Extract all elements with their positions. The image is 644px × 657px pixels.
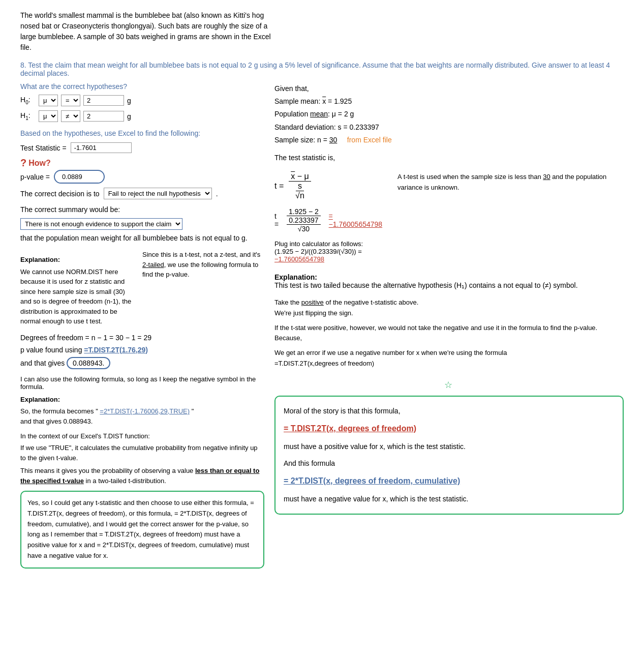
from-excel-text: from Excel file [347,136,392,144]
given-box: Given that, Sample mean: x = 1.925 Popul… [274,82,624,146]
plug-in-section: Plug into calculator as follows: (1.925 … [274,240,382,263]
s-fraction: s √n [293,182,306,200]
sample-size-line: Sample size: n = 30 from Excel file [274,134,624,146]
t-denominator: s √n [289,182,311,200]
hypotheses-label: What are the correct hypotheses? [20,82,264,91]
given-title: Given that, [274,82,624,95]
formula-section: t = x − μ s √n [274,172,624,263]
explanation1-title: Explanation: [20,255,132,265]
t-calc-sub-den: √30 [296,225,312,233]
pvalue-formula-line: p value found using =T.DIST.2T(1.76,29) [20,346,264,354]
moral-intro: Moral of the story is that this formula, [284,405,615,417]
population-mean-line: Population mean: μ = 2 g [274,108,624,121]
explanation2-text: Since this is a t-test, not a z-test, an… [142,250,264,326]
decision-prefix: The correct decision is to [20,190,100,198]
h0-unit: g [127,97,131,105]
formula-left: t = x − μ s √n [274,172,382,263]
t-test-note: A t-test is used when the sample size is… [397,172,624,193]
moral-box: Moral of the story is that this formula,… [274,396,624,515]
flip-note: We're just flipping the sign. [274,308,624,319]
plug-in-result: −1.76005654798 [274,255,324,263]
explanation1-text: We cannot use NORM.DIST here because it … [20,267,132,326]
explanation3-text: So, the formula becomes " =2*T.DIST(-1.7… [20,406,264,426]
pvalue-input[interactable] [59,172,100,182]
std-dev-line: Standard deviation: s = 0.233397 [274,121,624,134]
s-numerator: s [296,182,304,191]
t-calc-sub-num: 0.233397 [287,216,320,225]
explanation1-box: Explanation: We cannot use NORM.DIST her… [20,255,132,326]
explanation2-right-text: This test is two tailed because the alte… [274,281,624,289]
error-note1: If the t-stat were positive, however, we… [274,323,624,344]
summary-prefix: The correct summary would be: [20,204,120,215]
test-statistic-input[interactable] [71,142,132,153]
t-calc-numerator: 1.925 − 2 [287,207,321,216]
decision-select[interactable]: Fail to reject the null hypothesis [104,188,212,199]
sample-mean-line: Sample mean: x = 1.925 [274,95,624,108]
use-excel-label: Based on the hypotheses, use Excel to fi… [20,129,264,137]
excel-context-label: In the context of our Excel's T.DIST fun… [20,432,264,440]
t-fraction: x − μ s √n [289,172,311,200]
degrees-freedom-line: Degrees of freedom = n − 1 = 30 − 1 = 29 [20,334,264,342]
t-calc-denominator: 0.233397 √30 [283,216,324,233]
summary-suffix: that the population mean weight for all … [20,233,248,244]
true-label: If we use "TRUE", it calculates the cumu… [20,443,264,463]
positive-note: Take the positive of the negative t-stat… [274,297,624,308]
decision-suffix: . [216,190,218,198]
h0-op-select[interactable]: = [61,95,80,106]
t-formula-display: t = x − μ s √n [274,172,382,200]
explanation3-title: Explanation: [20,395,264,405]
pvalue-row: p-value = [20,170,264,184]
how-text: How? [28,159,51,168]
formula-right: A t-test is used when the sample size is… [397,172,624,263]
pvalue-formula: =T.DIST.2T(1.76,29) [84,346,148,354]
h0-var-select[interactable]: μ [39,95,58,106]
h1-value-input[interactable] [83,111,124,122]
question-section: 8. Test the claim that mean weight for a… [20,61,624,77]
formula1-text: = T.DIST.2T(x, degrees of freedom) [284,424,416,433]
summary-row: The correct summary would be: There is n… [20,204,264,244]
pvalue-gives-line: and that gives 0.088943. [20,357,264,369]
s-denominator: √n [293,191,306,200]
question-mark-icon: ? [20,157,26,169]
plug-in-label: Plug into calculator as follows: [274,240,382,248]
right-column: Given that, Sample mean: x = 1.925 Popul… [274,82,624,569]
less-than-text: less than or equal to the specified t-va… [20,467,259,485]
formula2-text: = 2*T.DIST(x, degrees of freedom, cumula… [284,476,460,485]
t-calculated: t = 1.925 − 2 0.233397 √30 = [274,207,382,233]
h1-row: H1: μ ≠ g [20,110,264,122]
explanation2-right-box: Explanation: This test is two tailed bec… [274,273,624,289]
h1-op-select[interactable]: ≠ [61,110,80,122]
star-icon: ☆ [444,379,452,391]
pvalue-label: p-value = [20,173,50,181]
positive-notes: Take the positive of the negative t-stat… [274,297,624,369]
test-stat-section: The test statistic is, t = x − μ s √n [274,154,624,263]
h1-label: H1: [20,111,36,121]
h0-label: H0: [20,96,36,105]
explanation2-right-title: Explanation: [274,273,624,281]
moral-formula2: = 2*T.DIST(x, degrees of freedom, cumula… [284,474,615,489]
moral-must1: must have a positive value for x, which … [284,440,615,453]
left-column: What are the correct hypotheses? H0: μ =… [20,82,264,569]
t-numerator: x − μ [289,172,311,182]
moral-formula1: = T.DIST.2T(x, degrees of freedom) [284,422,615,436]
degrees-freedom-section: Degrees of freedom = n − 1 = 30 − 1 = 29… [20,334,264,369]
question-number: 8. Test the claim that mean weight for a… [20,61,624,77]
main-layout: What are the correct hypotheses? H0: μ =… [20,82,624,569]
h1-var-select[interactable]: μ [39,110,58,122]
summary-select[interactable]: There is not enough evidence to support … [20,218,182,230]
h0-row: H0: μ = g [20,95,264,106]
moral-and: And this formula [284,457,615,470]
test-statistic-label: Test Statistic = [20,144,67,152]
test-stat-title: The test statistic is, [274,154,624,162]
how-label: ? How? [20,157,264,169]
h0-value-input[interactable] [83,95,124,106]
pvalue-result-box: 0.088943. [67,357,110,369]
explanation3-box: Explanation: So, the formula becomes " =… [20,395,264,427]
test-statistic-row: Test Statistic = [20,142,264,153]
excel-box-text: Yes, so I could get any t-statistic and … [27,498,257,561]
also-formula-label: I can also use the following formula, so… [20,375,264,391]
h1-unit: g [127,112,131,121]
intro-text: The world's smallest mammal is the bumbl… [20,10,274,53]
positive-underlined: positive [301,298,324,306]
pvalue-input-box [54,170,105,184]
